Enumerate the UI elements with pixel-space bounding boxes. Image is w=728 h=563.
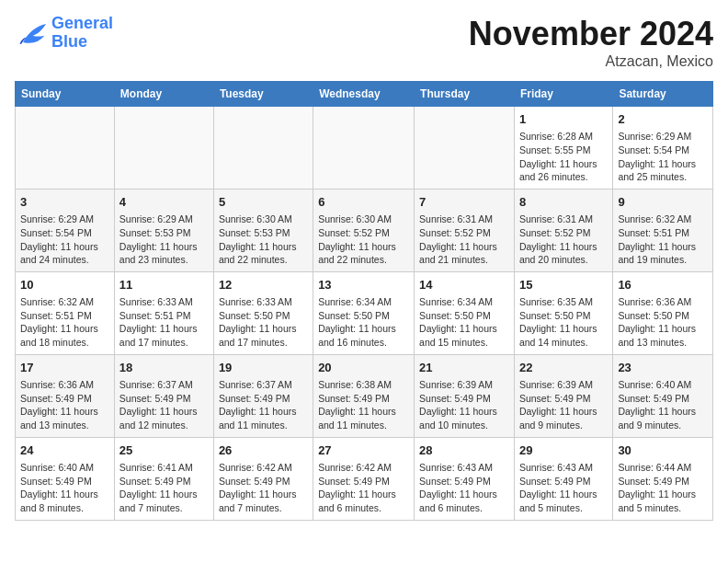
day-content: Sunrise: 6:42 AM Sunset: 5:49 PM Dayligh…: [318, 461, 409, 515]
day-number: 30: [618, 442, 708, 459]
day-of-week-header: Wednesday: [313, 82, 415, 107]
calendar-cell: 15Sunrise: 6:35 AM Sunset: 5:50 PM Dayli…: [514, 271, 612, 354]
day-number: 11: [119, 277, 209, 293]
calendar-cell: 9Sunrise: 6:32 AM Sunset: 5:51 PM Daylig…: [613, 189, 713, 271]
day-content: Sunrise: 6:40 AM Sunset: 5:49 PM Dayligh…: [20, 461, 109, 515]
calendar-cell: 21Sunrise: 6:39 AM Sunset: 5:49 PM Dayli…: [415, 354, 515, 437]
calendar-week-row: 1Sunrise: 6:28 AM Sunset: 5:55 PM Daylig…: [16, 107, 713, 190]
day-content: Sunrise: 6:37 AM Sunset: 5:49 PM Dayligh…: [219, 378, 308, 432]
calendar-cell: 19Sunrise: 6:37 AM Sunset: 5:49 PM Dayli…: [213, 354, 313, 437]
calendar-cell: [213, 107, 313, 190]
day-content: Sunrise: 6:36 AM Sunset: 5:50 PM Dayligh…: [618, 295, 708, 350]
calendar-cell: 18Sunrise: 6:37 AM Sunset: 5:49 PM Dayli…: [114, 354, 213, 437]
calendar-cell: 29Sunrise: 6:43 AM Sunset: 5:49 PM Dayli…: [514, 437, 612, 520]
day-of-week-header: Friday: [514, 82, 612, 107]
day-number: 19: [219, 360, 308, 376]
day-number: 22: [519, 360, 608, 376]
logo-text: General Blue: [51, 15, 113, 52]
day-number: 4: [119, 194, 209, 211]
calendar-cell: 10Sunrise: 6:32 AM Sunset: 5:51 PM Dayli…: [16, 271, 115, 354]
logo-blue: Blue: [51, 32, 87, 51]
day-number: 2: [618, 111, 708, 128]
day-number: 28: [419, 442, 509, 459]
calendar-cell: 2Sunrise: 6:29 AM Sunset: 5:54 PM Daylig…: [613, 107, 713, 190]
day-content: Sunrise: 6:30 AM Sunset: 5:53 PM Dayligh…: [219, 213, 308, 267]
day-content: Sunrise: 6:39 AM Sunset: 5:49 PM Dayligh…: [519, 378, 608, 432]
day-number: 17: [20, 360, 109, 376]
day-content: Sunrise: 6:40 AM Sunset: 5:49 PM Dayligh…: [618, 378, 708, 432]
calendar-cell: 16Sunrise: 6:36 AM Sunset: 5:50 PM Dayli…: [613, 271, 713, 354]
calendar-cell: 23Sunrise: 6:40 AM Sunset: 5:49 PM Dayli…: [613, 354, 713, 437]
day-number: 25: [119, 442, 209, 459]
calendar-cell: 27Sunrise: 6:42 AM Sunset: 5:49 PM Dayli…: [313, 437, 415, 520]
day-number: 8: [519, 194, 608, 211]
day-number: 16: [618, 277, 708, 293]
logo-general: General: [51, 14, 113, 32]
calendar-cell: 13Sunrise: 6:34 AM Sunset: 5:50 PM Dayli…: [313, 271, 415, 354]
day-number: 5: [219, 194, 308, 211]
page-header: General Blue November 2024 Atzacan, Mexi…: [15, 15, 713, 70]
day-content: Sunrise: 6:28 AM Sunset: 5:55 PM Dayligh…: [519, 130, 608, 184]
day-content: Sunrise: 6:34 AM Sunset: 5:50 PM Dayligh…: [419, 295, 509, 350]
calendar-cell: 22Sunrise: 6:39 AM Sunset: 5:49 PM Dayli…: [514, 354, 612, 437]
calendar-week-row: 3Sunrise: 6:29 AM Sunset: 5:54 PM Daylig…: [16, 189, 713, 271]
calendar-cell: 30Sunrise: 6:44 AM Sunset: 5:49 PM Dayli…: [613, 437, 713, 520]
calendar-cell: 7Sunrise: 6:31 AM Sunset: 5:52 PM Daylig…: [415, 189, 515, 271]
day-content: Sunrise: 6:33 AM Sunset: 5:50 PM Dayligh…: [219, 295, 308, 350]
day-content: Sunrise: 6:33 AM Sunset: 5:51 PM Dayligh…: [119, 295, 209, 350]
day-content: Sunrise: 6:37 AM Sunset: 5:49 PM Dayligh…: [119, 378, 209, 432]
day-of-week-header: Saturday: [613, 82, 713, 107]
location: Atzacan, Mexico: [469, 53, 713, 70]
calendar-cell: 6Sunrise: 6:30 AM Sunset: 5:52 PM Daylig…: [313, 189, 415, 271]
logo-icon: [15, 18, 48, 48]
day-content: Sunrise: 6:34 AM Sunset: 5:50 PM Dayligh…: [318, 295, 409, 350]
calendar-cell: 8Sunrise: 6:31 AM Sunset: 5:52 PM Daylig…: [514, 189, 612, 271]
calendar-cell: 14Sunrise: 6:34 AM Sunset: 5:50 PM Dayli…: [415, 271, 515, 354]
day-content: Sunrise: 6:35 AM Sunset: 5:50 PM Dayligh…: [519, 295, 608, 350]
calendar-cell: 24Sunrise: 6:40 AM Sunset: 5:49 PM Dayli…: [16, 437, 115, 520]
day-content: Sunrise: 6:31 AM Sunset: 5:52 PM Dayligh…: [519, 213, 608, 267]
calendar-cell: 17Sunrise: 6:36 AM Sunset: 5:49 PM Dayli…: [16, 354, 115, 437]
calendar-cell: 26Sunrise: 6:42 AM Sunset: 5:49 PM Dayli…: [213, 437, 313, 520]
day-content: Sunrise: 6:38 AM Sunset: 5:49 PM Dayligh…: [318, 378, 409, 432]
calendar-cell: 28Sunrise: 6:43 AM Sunset: 5:49 PM Dayli…: [415, 437, 515, 520]
day-of-week-header: Monday: [114, 82, 213, 107]
day-number: 21: [419, 360, 509, 376]
calendar-cell: 5Sunrise: 6:30 AM Sunset: 5:53 PM Daylig…: [213, 189, 313, 271]
day-content: Sunrise: 6:29 AM Sunset: 5:53 PM Dayligh…: [119, 213, 209, 267]
calendar-table: SundayMondayTuesdayWednesdayThursdayFrid…: [15, 81, 713, 521]
day-number: 14: [419, 277, 509, 293]
day-of-week-header: Thursday: [415, 82, 515, 107]
day-number: 26: [219, 442, 308, 459]
calendar-cell: 12Sunrise: 6:33 AM Sunset: 5:50 PM Dayli…: [213, 271, 313, 354]
calendar-cell: 4Sunrise: 6:29 AM Sunset: 5:53 PM Daylig…: [114, 189, 213, 271]
day-number: 15: [519, 277, 608, 293]
day-content: Sunrise: 6:36 AM Sunset: 5:49 PM Dayligh…: [20, 378, 109, 432]
day-number: 10: [20, 277, 109, 293]
day-content: Sunrise: 6:43 AM Sunset: 5:49 PM Dayligh…: [419, 461, 509, 515]
calendar-header-row: SundayMondayTuesdayWednesdayThursdayFrid…: [16, 82, 713, 107]
day-content: Sunrise: 6:43 AM Sunset: 5:49 PM Dayligh…: [519, 461, 608, 515]
calendar-week-row: 10Sunrise: 6:32 AM Sunset: 5:51 PM Dayli…: [16, 271, 713, 354]
day-content: Sunrise: 6:30 AM Sunset: 5:52 PM Dayligh…: [318, 213, 409, 267]
day-number: 9: [618, 194, 708, 211]
day-content: Sunrise: 6:29 AM Sunset: 5:54 PM Dayligh…: [618, 130, 708, 184]
calendar-week-row: 17Sunrise: 6:36 AM Sunset: 5:49 PM Dayli…: [16, 354, 713, 437]
day-content: Sunrise: 6:42 AM Sunset: 5:49 PM Dayligh…: [219, 461, 308, 515]
day-content: Sunrise: 6:29 AM Sunset: 5:54 PM Dayligh…: [20, 213, 109, 267]
calendar-cell: [313, 107, 415, 190]
day-number: 24: [20, 442, 109, 459]
calendar-cell: 11Sunrise: 6:33 AM Sunset: 5:51 PM Dayli…: [114, 271, 213, 354]
day-number: 1: [519, 111, 608, 128]
day-number: 7: [419, 194, 509, 211]
calendar-cell: 25Sunrise: 6:41 AM Sunset: 5:49 PM Dayli…: [114, 437, 213, 520]
day-content: Sunrise: 6:32 AM Sunset: 5:51 PM Dayligh…: [20, 295, 109, 350]
day-content: Sunrise: 6:39 AM Sunset: 5:49 PM Dayligh…: [419, 378, 509, 432]
calendar-cell: [415, 107, 515, 190]
calendar-cell: 3Sunrise: 6:29 AM Sunset: 5:54 PM Daylig…: [16, 189, 115, 271]
calendar-cell: 1Sunrise: 6:28 AM Sunset: 5:55 PM Daylig…: [514, 107, 612, 190]
title-block: November 2024 Atzacan, Mexico: [469, 15, 713, 70]
day-content: Sunrise: 6:32 AM Sunset: 5:51 PM Dayligh…: [618, 213, 708, 267]
day-content: Sunrise: 6:31 AM Sunset: 5:52 PM Dayligh…: [419, 213, 509, 267]
day-of-week-header: Tuesday: [213, 82, 313, 107]
